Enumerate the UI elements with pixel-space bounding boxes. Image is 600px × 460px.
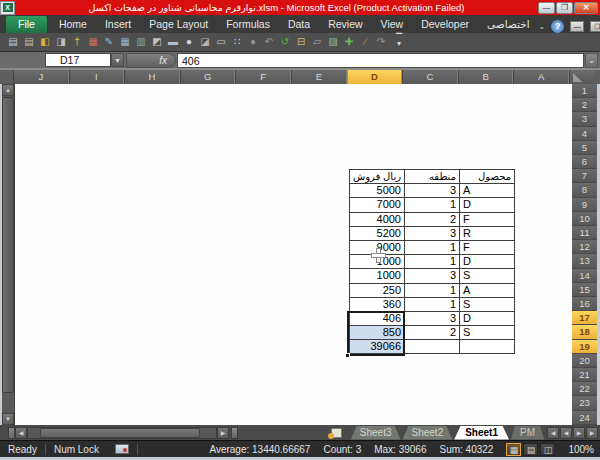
column-header-e[interactable]: E [291, 70, 347, 84]
add-green-icon[interactable]: ✚ [341, 35, 357, 49]
frame-icon[interactable]: ▭ [213, 35, 229, 49]
qat-dropdown-icon[interactable]: ▔ ▾ [392, 35, 406, 49]
row-header-8[interactable]: 8 [572, 183, 597, 197]
brush-icon[interactable]: ∕ [357, 35, 373, 49]
row-header-2[interactable]: 2 [572, 98, 597, 112]
cell-product[interactable]: S [459, 269, 514, 283]
sheet-tab-sheet1[interactable]: Sheet1 [454, 426, 509, 440]
row-header-23[interactable]: 23 [572, 396, 597, 410]
vertical-scrollbar[interactable]: ▲ ▼ [2, 84, 15, 425]
cell-region[interactable]: 1 [404, 255, 459, 269]
column-header-c[interactable]: C [402, 70, 458, 84]
insert-worksheet-icon[interactable] [328, 427, 346, 439]
column-header-i[interactable]: I [69, 70, 125, 84]
cell-sales[interactable]: 1000 [349, 269, 404, 283]
disabled-icon[interactable]: ● [245, 35, 261, 49]
tab-data[interactable]: Data [279, 16, 319, 33]
scroll-up-icon[interactable]: ▲ [2, 84, 14, 96]
restore-button[interactable]: ❐ [556, 2, 573, 14]
row-header-16[interactable]: 16 [572, 297, 597, 311]
row-header-10[interactable]: 10 [572, 212, 597, 226]
outline-icon[interactable]: ⊟ [293, 35, 309, 49]
redo-gray-icon[interactable]: ↷ [373, 35, 389, 49]
horizontal-scrollbar-thumb[interactable] [40, 428, 200, 438]
sheet-tab-pm[interactable]: PM [511, 426, 544, 440]
sheet-icon[interactable]: ▥ [133, 35, 149, 49]
window-icon[interactable]: ◩ [149, 35, 165, 49]
row-header-19[interactable]: 19 [572, 340, 597, 354]
zoom-level[interactable]: 100% [568, 444, 594, 455]
cell-region[interactable]: 1 [404, 241, 459, 255]
view-normal-icon[interactable]: ▦ [506, 443, 521, 456]
column-header-d[interactable]: D [347, 70, 403, 84]
workbook-minimize-button[interactable]: — [570, 21, 584, 32]
workbook-restore-button[interactable]: ❐ [590, 21, 600, 32]
macro-record-icon[interactable] [115, 444, 129, 454]
cell-sales[interactable]: 5200 [349, 227, 404, 241]
cell-region[interactable]: 3 [404, 269, 459, 283]
key-icon[interactable]: † [69, 35, 85, 49]
formula-input[interactable]: 406 [177, 53, 584, 68]
cell-region[interactable]: 3 [404, 184, 459, 198]
row-header-12[interactable]: 12 [572, 240, 597, 254]
cell-sales[interactable]: 850 [349, 326, 404, 340]
tab-first-icon[interactable]: ◀ [547, 427, 559, 439]
shape-icon[interactable]: ● [181, 35, 197, 49]
view-page-layout-icon[interactable]: ▤ [523, 443, 538, 456]
cell-sales[interactable]: 360 [349, 298, 404, 312]
edit-icon[interactable]: ✎ [101, 35, 117, 49]
vertical-scrollbar-thumb[interactable] [2, 97, 14, 393]
picture-icon[interactable]: ▨ [325, 35, 341, 49]
cell-region[interactable]: 3 [404, 312, 459, 326]
hscroll-right-icon[interactable]: ▶ [217, 427, 229, 439]
row-header-24[interactable]: 24 [572, 411, 597, 425]
row-header-13[interactable]: 13 [572, 254, 597, 268]
cell-product[interactable]: S [459, 326, 514, 340]
tab-home[interactable]: Home [50, 16, 96, 33]
cell-product[interactable]: A [459, 284, 514, 298]
cell-sales[interactable]: 5000 [349, 184, 404, 198]
select-all-corner[interactable] [569, 70, 594, 84]
tab-developer[interactable]: Developer [412, 16, 478, 33]
tab-next-icon[interactable]: ▶ [573, 427, 585, 439]
cell-product[interactable]: S [459, 298, 514, 312]
link-icon[interactable]: ▱ [309, 35, 325, 49]
cell-region[interactable]: 1 [404, 298, 459, 312]
minimize-button[interactable]: — [538, 2, 555, 14]
cell-sales[interactable]: 250 [349, 284, 404, 298]
cell-product[interactable]: F [459, 213, 514, 227]
cell-product[interactable]: D [459, 255, 514, 269]
sheet-tab-sheet3[interactable]: Sheet3 [351, 426, 401, 440]
tab-prev-icon[interactable]: ◀ [560, 427, 572, 439]
folder-icon[interactable]: ◧ [37, 35, 53, 49]
row-header-15[interactable]: 15 [572, 283, 597, 297]
tab-splitter[interactable] [231, 427, 238, 439]
preview-icon[interactable]: ◨ [53, 35, 69, 49]
cell-region[interactable]: 1 [404, 198, 459, 212]
insert-function-icon[interactable]: fx [126, 53, 176, 68]
tab-review[interactable]: Review [319, 16, 371, 33]
column-header-a[interactable]: A [513, 70, 569, 84]
tab-formulas[interactable]: Formulas [217, 16, 279, 33]
hscroll-left-icon[interactable]: ◀ [15, 427, 27, 439]
cell-product[interactable]: D [459, 312, 514, 326]
column-header-f[interactable]: F [235, 70, 291, 84]
cell-product[interactable]: R [459, 227, 514, 241]
tab-insert[interactable]: Insert [96, 16, 140, 33]
tab-last-icon[interactable]: ▶ [586, 427, 598, 439]
column-header-g[interactable]: G [180, 70, 236, 84]
refresh-green-icon[interactable]: ↺ [277, 35, 293, 49]
name-box[interactable]: D17 [45, 53, 111, 67]
row-header-9[interactable]: 9 [572, 198, 597, 212]
cell-product[interactable]: F [459, 241, 514, 255]
formula-bar-expand-icon[interactable]: ⌄ [585, 53, 598, 68]
undo-gray-icon[interactable]: ↶ [261, 35, 277, 49]
row-header-11[interactable]: 11 [572, 226, 597, 240]
row-header-7[interactable]: 7 [572, 169, 597, 183]
cell-product[interactable]: D [459, 198, 514, 212]
calendar-icon[interactable]: ▦ [85, 35, 101, 49]
tab-view[interactable]: View [372, 16, 413, 33]
cell-region[interactable]: 3 [404, 227, 459, 241]
scroll-down-icon[interactable]: ▼ [2, 413, 14, 425]
row-header-21[interactable]: 21 [572, 368, 597, 382]
